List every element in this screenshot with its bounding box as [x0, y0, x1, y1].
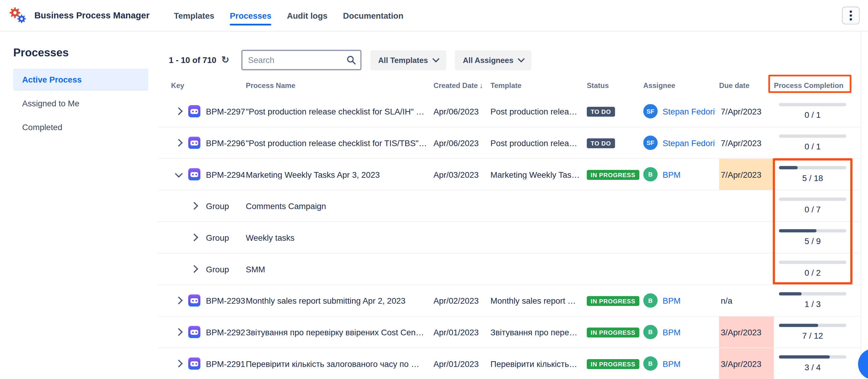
assignee-cell: B BPM [643, 325, 719, 339]
app-logo-gears-icon [8, 5, 28, 25]
expand-chevron-icon[interactable] [190, 233, 198, 241]
progress-bar [779, 355, 846, 358]
chevron-down-icon [433, 56, 439, 62]
process-icon-face [190, 109, 198, 114]
avatar: B [643, 356, 658, 371]
progress-fill [779, 166, 798, 169]
group-name: Comments Campaign [246, 201, 434, 211]
table-row[interactable]: BPM-2296 "Post production release checkl… [158, 127, 860, 159]
assignee-cell: SF Stepan Fedoriv [643, 135, 719, 150]
sidebar-item-active-process[interactable]: Active Process [13, 69, 148, 91]
due-date: 3/Apr/2023 [719, 348, 774, 379]
created-date: Apr/03/2023 [433, 169, 490, 179]
refresh-icon[interactable]: ↻ [221, 56, 229, 65]
group-row[interactable]: Group Weekly tasks 5 / 9 [158, 222, 860, 254]
assignee-link[interactable]: Stepan Fedoriv [663, 107, 715, 116]
expand-chevron-icon[interactable] [190, 202, 198, 210]
expand-chevron-icon[interactable] [175, 360, 183, 368]
progress-bar [779, 229, 846, 232]
sidebar-title: Processes [13, 46, 158, 59]
table-row[interactable]: BPM-2297 "Post production release checkl… [158, 96, 860, 127]
expand-chevron-icon[interactable] [175, 107, 183, 115]
key-cell: BPM-2291 [169, 358, 246, 370]
assignee-link[interactable]: BPM [663, 327, 681, 337]
scrollbar-track[interactable] [861, 32, 861, 379]
group-row[interactable]: Group SMM 0 / 2 [158, 253, 860, 285]
process-key: BPM-2296 [206, 138, 245, 147]
more-menu-button[interactable] [842, 7, 860, 24]
assignee-link[interactable]: BPM [663, 359, 681, 368]
nav-processes[interactable]: Processes [230, 11, 272, 20]
assignee-link[interactable]: Stepan Fedoriv [663, 138, 715, 147]
status-badge: IN PROGRESS [587, 327, 639, 337]
progress-fill [779, 323, 818, 327]
assignee-link[interactable]: BPM [663, 296, 681, 305]
table-header: Key Process Name Created Date↓ Template … [158, 77, 860, 93]
column-assignee: Assignee [643, 81, 719, 90]
process-name[interactable]: "Post production release checklist for T… [246, 138, 434, 147]
column-template: Template [490, 81, 587, 90]
search-box [241, 50, 362, 70]
process-name[interactable]: "Post production release checklist for S… [246, 107, 434, 116]
sidebar-item-completed[interactable]: Completed [13, 116, 148, 138]
status-cell: IN PROGRESS [587, 295, 643, 306]
status-badge: TO DO [587, 107, 615, 117]
process-completion: 0 / 1 [774, 127, 851, 158]
completion-value: 0 / 7 [805, 205, 821, 214]
kebab-dot-icon [850, 11, 852, 13]
progress-bar [779, 198, 846, 201]
status-cell: TO DO [587, 106, 643, 117]
assignee-link[interactable]: BPM [663, 169, 681, 179]
avatar: B [643, 293, 658, 308]
process-icon-face [190, 361, 198, 366]
table-row[interactable]: BPM-2292 Звітування про перевірку ввірен… [158, 317, 860, 348]
progress-fill [779, 229, 816, 232]
created-date: Apr/06/2023 [433, 138, 490, 147]
process-name[interactable]: Monthly sales report submitting Apr 2, 2… [246, 296, 434, 305]
nav-documentation[interactable]: Documentation [343, 11, 404, 20]
toolbar: 1 - 10 of 710 ↻ All Templates All Assign… [169, 50, 532, 70]
filter-all-assignees[interactable]: All Assignees [455, 50, 532, 70]
table-rows: BPM-2297 "Post production release checkl… [158, 96, 860, 379]
process-name[interactable]: Звітування про перевірку ввірених Cost C… [246, 327, 434, 337]
search-input[interactable] [241, 50, 362, 70]
filter-label: All Assignees [463, 56, 514, 64]
process-completion: 5 / 9 [774, 222, 851, 253]
filter-all-templates[interactable]: All Templates [370, 50, 446, 70]
completion-value: 3 / 4 [805, 362, 821, 372]
process-icon-face [190, 141, 198, 146]
expand-chevron-icon[interactable] [175, 296, 183, 304]
created-date: Apr/01/2023 [433, 359, 490, 368]
process-icon [188, 358, 200, 370]
search-icon[interactable] [347, 56, 356, 65]
template-name: Перевірити кількість… [490, 359, 587, 368]
expand-chevron-icon[interactable] [190, 265, 198, 273]
template-name: Marketing Weekly Tas… [490, 169, 587, 179]
completion-value: 5 / 18 [802, 173, 823, 183]
expand-chevron-icon[interactable] [175, 169, 183, 178]
avatar: SF [643, 104, 658, 118]
column-created-date[interactable]: Created Date↓ [433, 81, 490, 90]
nav-audit-logs[interactable]: Audit logs [287, 11, 328, 20]
result-count: 1 - 10 of 710 [169, 56, 216, 65]
assignee-cell: SF Stepan Fedoriv [643, 104, 719, 118]
table-row[interactable]: BPM-2291 Перевірити кількість залоговано… [158, 348, 860, 379]
process-name[interactable]: Marketing Weekly Tasks Apr 3, 2023 [246, 169, 434, 179]
process-name[interactable]: Перевірити кількість залогованого часу п… [246, 359, 434, 368]
sidebar-item-assigned-to-me[interactable]: Assigned to Me [13, 93, 148, 115]
progress-bar [779, 166, 846, 169]
process-completion: 0 / 2 [774, 253, 851, 284]
column-status: Status [587, 81, 643, 90]
sidebar: Processes Active Process Assigned to Me … [0, 32, 158, 379]
table-row[interactable]: BPM-2294 Marketing Weekly Tasks Apr 3, 2… [158, 159, 860, 190]
process-icon-face [190, 172, 198, 177]
table-row[interactable]: BPM-2293 Monthly sales report submitting… [158, 285, 860, 317]
due-date: 7/Apr/2023 [719, 159, 774, 190]
group-label: Group [206, 232, 229, 242]
group-row[interactable]: Group Comments Campaign 0 / 7 [158, 190, 860, 222]
expand-chevron-icon[interactable] [175, 139, 183, 147]
expand-chevron-icon[interactable] [175, 328, 183, 336]
nav-templates[interactable]: Templates [174, 11, 214, 20]
process-completion: 0 / 1 [774, 96, 851, 127]
due-date: 7/Apr/2023 [719, 127, 774, 158]
